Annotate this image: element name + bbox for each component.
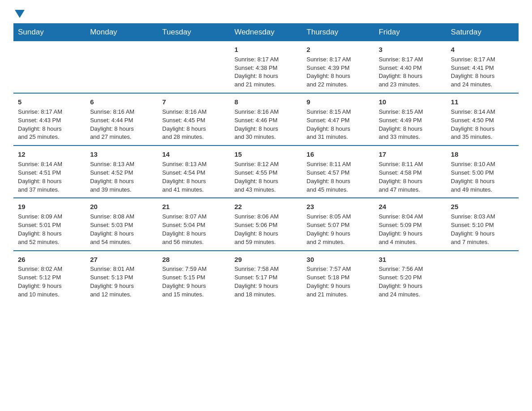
- day-info: Sunrise: 8:02 AM Sunset: 5:12 PM Dayligh…: [18, 265, 81, 299]
- day-number: 23: [307, 202, 370, 212]
- day-number: 12: [18, 150, 81, 159]
- calendar-cell: 30Sunrise: 7:57 AM Sunset: 5:18 PM Dayli…: [302, 251, 374, 303]
- day-info: Sunrise: 8:13 AM Sunset: 4:54 PM Dayligh…: [162, 160, 225, 194]
- calendar-cell: 12Sunrise: 8:14 AM Sunset: 4:51 PM Dayli…: [13, 146, 86, 198]
- day-info: Sunrise: 8:07 AM Sunset: 5:04 PM Dayligh…: [162, 213, 225, 246]
- day-number: 1: [234, 45, 297, 55]
- calendar-cell: 28Sunrise: 7:59 AM Sunset: 5:15 PM Dayli…: [158, 251, 230, 303]
- calendar-cell: [13, 41, 86, 93]
- day-info: Sunrise: 8:16 AM Sunset: 4:44 PM Dayligh…: [90, 108, 153, 141]
- calendar-cell: 27Sunrise: 8:01 AM Sunset: 5:13 PM Dayli…: [86, 251, 158, 303]
- day-number: 26: [18, 255, 81, 265]
- calendar-cell: 26Sunrise: 8:02 AM Sunset: 5:12 PM Dayli…: [13, 251, 86, 303]
- day-number: 10: [379, 97, 442, 107]
- day-number: 11: [451, 97, 514, 107]
- day-info: Sunrise: 8:05 AM Sunset: 5:07 PM Dayligh…: [307, 213, 370, 246]
- day-number: 25: [451, 202, 514, 212]
- calendar-week-row: 19Sunrise: 8:09 AM Sunset: 5:01 PM Dayli…: [13, 198, 519, 250]
- day-number: 22: [234, 202, 297, 212]
- day-info: Sunrise: 8:04 AM Sunset: 5:09 PM Dayligh…: [379, 213, 442, 246]
- day-info: Sunrise: 8:08 AM Sunset: 5:03 PM Dayligh…: [90, 213, 153, 246]
- calendar-cell: 18Sunrise: 8:10 AM Sunset: 5:00 PM Dayli…: [446, 146, 519, 198]
- day-info: Sunrise: 8:11 AM Sunset: 4:57 PM Dayligh…: [307, 160, 370, 194]
- calendar-cell: 3Sunrise: 8:17 AM Sunset: 4:40 PM Daylig…: [374, 41, 446, 93]
- day-info: Sunrise: 7:56 AM Sunset: 5:20 PM Dayligh…: [379, 265, 442, 299]
- day-number: 17: [379, 150, 442, 159]
- calendar-cell: 14Sunrise: 8:13 AM Sunset: 4:54 PM Dayli…: [158, 146, 230, 198]
- day-info: Sunrise: 7:57 AM Sunset: 5:18 PM Dayligh…: [307, 265, 370, 299]
- header-sunday: Sunday: [13, 23, 86, 41]
- day-info: Sunrise: 8:16 AM Sunset: 4:46 PM Dayligh…: [234, 108, 297, 141]
- day-info: Sunrise: 8:01 AM Sunset: 5:13 PM Dayligh…: [90, 265, 153, 299]
- calendar-cell: 1Sunrise: 8:17 AM Sunset: 4:38 PM Daylig…: [230, 41, 302, 93]
- calendar-cell: 20Sunrise: 8:08 AM Sunset: 5:03 PM Dayli…: [86, 198, 158, 250]
- calendar-cell: 31Sunrise: 7:56 AM Sunset: 5:20 PM Dayli…: [374, 251, 446, 303]
- header-monday: Monday: [86, 23, 158, 41]
- day-number: 9: [307, 97, 370, 107]
- calendar-cell: 6Sunrise: 8:16 AM Sunset: 4:44 PM Daylig…: [86, 93, 158, 146]
- calendar-cell: [446, 251, 519, 303]
- day-info: Sunrise: 8:17 AM Sunset: 4:38 PM Dayligh…: [234, 56, 297, 89]
- day-info: Sunrise: 8:03 AM Sunset: 5:10 PM Dayligh…: [451, 213, 514, 246]
- day-info: Sunrise: 8:14 AM Sunset: 4:51 PM Dayligh…: [18, 160, 81, 194]
- day-info: Sunrise: 8:16 AM Sunset: 4:45 PM Dayligh…: [162, 108, 225, 141]
- day-number: 13: [90, 150, 153, 159]
- day-number: 8: [234, 97, 297, 107]
- calendar-week-row: 12Sunrise: 8:14 AM Sunset: 4:51 PM Dayli…: [13, 146, 519, 198]
- day-info: Sunrise: 8:13 AM Sunset: 4:52 PM Dayligh…: [90, 160, 153, 194]
- day-number: 31: [379, 255, 442, 265]
- calendar-header-row: SundayMondayTuesdayWednesdayThursdayFrid…: [13, 23, 519, 41]
- calendar-cell: 29Sunrise: 7:58 AM Sunset: 5:17 PM Dayli…: [230, 251, 302, 303]
- calendar-cell: 19Sunrise: 8:09 AM Sunset: 5:01 PM Dayli…: [13, 198, 86, 250]
- day-number: 27: [90, 255, 153, 265]
- calendar-cell: [86, 41, 158, 93]
- day-info: Sunrise: 8:17 AM Sunset: 4:43 PM Dayligh…: [18, 108, 81, 141]
- calendar-cell: 11Sunrise: 8:14 AM Sunset: 4:50 PM Dayli…: [446, 93, 519, 146]
- day-number: 4: [451, 45, 514, 55]
- day-info: Sunrise: 8:10 AM Sunset: 5:00 PM Dayligh…: [451, 160, 514, 194]
- day-number: 15: [234, 150, 297, 159]
- calendar-cell: 21Sunrise: 8:07 AM Sunset: 5:04 PM Dayli…: [158, 198, 230, 250]
- calendar-cell: 23Sunrise: 8:05 AM Sunset: 5:07 PM Dayli…: [302, 198, 374, 250]
- calendar-cell: 16Sunrise: 8:11 AM Sunset: 4:57 PM Dayli…: [302, 146, 374, 198]
- day-number: 2: [307, 45, 370, 55]
- day-info: Sunrise: 8:11 AM Sunset: 4:58 PM Dayligh…: [379, 160, 442, 194]
- calendar-week-row: 5Sunrise: 8:17 AM Sunset: 4:43 PM Daylig…: [13, 93, 519, 146]
- day-number: 20: [90, 202, 153, 212]
- day-number: 3: [379, 45, 442, 55]
- day-number: 29: [234, 255, 297, 265]
- day-number: 30: [307, 255, 370, 265]
- header-wednesday: Wednesday: [230, 23, 302, 41]
- calendar-cell: 24Sunrise: 8:04 AM Sunset: 5:09 PM Dayli…: [374, 198, 446, 250]
- day-number: 14: [162, 150, 225, 159]
- day-info: Sunrise: 8:15 AM Sunset: 4:47 PM Dayligh…: [307, 108, 370, 141]
- svg-marker-0: [15, 10, 25, 18]
- calendar-cell: 25Sunrise: 8:03 AM Sunset: 5:10 PM Dayli…: [446, 198, 519, 250]
- day-info: Sunrise: 8:15 AM Sunset: 4:49 PM Dayligh…: [379, 108, 442, 141]
- day-info: Sunrise: 8:14 AM Sunset: 4:50 PM Dayligh…: [451, 108, 514, 141]
- calendar-table: SundayMondayTuesdayWednesdayThursdayFrid…: [13, 23, 519, 303]
- calendar-cell: 7Sunrise: 8:16 AM Sunset: 4:45 PM Daylig…: [158, 93, 230, 146]
- day-info: Sunrise: 7:59 AM Sunset: 5:15 PM Dayligh…: [162, 265, 225, 299]
- header-friday: Friday: [374, 23, 446, 41]
- day-number: 16: [307, 150, 370, 159]
- calendar-cell: 13Sunrise: 8:13 AM Sunset: 4:52 PM Dayli…: [86, 146, 158, 198]
- calendar-cell: [158, 41, 230, 93]
- day-number: 6: [90, 97, 153, 107]
- day-info: Sunrise: 8:06 AM Sunset: 5:06 PM Dayligh…: [234, 213, 297, 246]
- day-number: 28: [162, 255, 225, 265]
- day-info: Sunrise: 8:12 AM Sunset: 4:55 PM Dayligh…: [234, 160, 297, 194]
- logo-arrow-icon: [15, 10, 25, 20]
- page-header: [13, 9, 519, 19]
- calendar-cell: 2Sunrise: 8:17 AM Sunset: 4:39 PM Daylig…: [302, 41, 374, 93]
- day-number: 18: [451, 150, 514, 159]
- calendar-cell: 5Sunrise: 8:17 AM Sunset: 4:43 PM Daylig…: [13, 93, 86, 146]
- calendar-cell: 15Sunrise: 8:12 AM Sunset: 4:55 PM Dayli…: [230, 146, 302, 198]
- calendar-cell: 4Sunrise: 8:17 AM Sunset: 4:41 PM Daylig…: [446, 41, 519, 93]
- day-number: 7: [162, 97, 225, 107]
- header-tuesday: Tuesday: [158, 23, 230, 41]
- day-info: Sunrise: 8:17 AM Sunset: 4:41 PM Dayligh…: [451, 56, 514, 89]
- day-info: Sunrise: 8:09 AM Sunset: 5:01 PM Dayligh…: [18, 213, 81, 246]
- header-saturday: Saturday: [446, 23, 519, 41]
- logo: [13, 9, 25, 19]
